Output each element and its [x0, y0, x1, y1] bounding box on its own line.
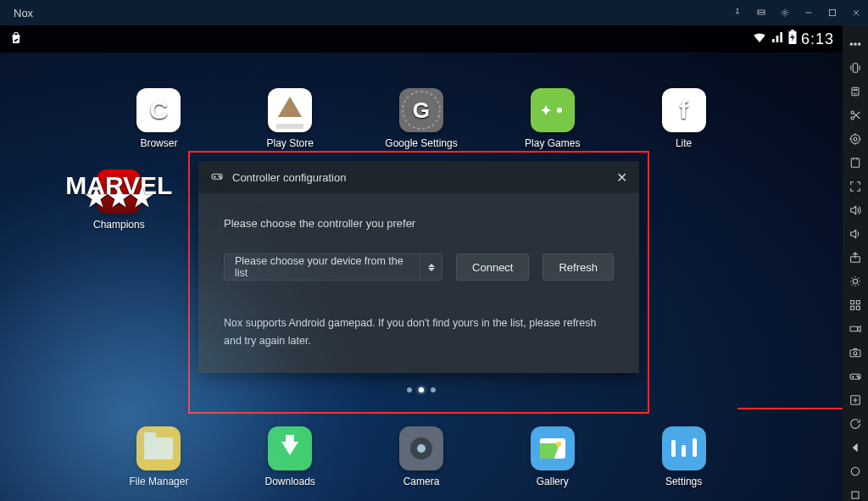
toolbar-back-button[interactable]: [843, 436, 868, 459]
titlebar-maximize-button[interactable]: [821, 0, 844, 25]
titlebar-minimize-button[interactable]: [797, 0, 821, 25]
champions-icon: MARVEL★★★: [97, 170, 141, 214]
svg-rect-26: [851, 159, 859, 168]
app-label: Play Games: [525, 137, 580, 149]
svg-rect-10: [212, 174, 222, 179]
refresh-button[interactable]: Refresh: [542, 253, 614, 281]
connect-button[interactable]: Connect: [456, 253, 529, 281]
gallery-icon: [531, 426, 575, 470]
svg-point-5: [403, 92, 440, 129]
emulator-viewport: 6:13 C Browser Play Store G: [0, 25, 843, 501]
dialog-close-button[interactable]: ✕: [616, 170, 627, 186]
settings-icon: [662, 426, 706, 470]
titlebar-settings-button[interactable]: [773, 0, 797, 25]
connect-button-label: Connect: [472, 261, 513, 274]
battery-icon: [787, 30, 798, 49]
controller-config-dialog: Controller configuration ✕ Please choose…: [198, 161, 639, 373]
wifi-icon: [752, 30, 767, 49]
app-label: Camera: [403, 476, 440, 487]
svg-point-12: [220, 176, 220, 177]
toolbar-recent-button[interactable]: [843, 483, 868, 501]
app-label: File Manager: [129, 476, 188, 487]
toolbar-screenshot-button[interactable]: [843, 341, 868, 365]
svg-point-38: [858, 377, 859, 378]
device-select[interactable]: Please choose your device from the list: [224, 253, 442, 281]
download-icon: [268, 426, 312, 470]
toolbar-keymap-button[interactable]: [843, 80, 868, 103]
android-status-bar: 6:13: [0, 25, 843, 53]
svg-point-15: [850, 43, 853, 46]
toolbar-macro-button[interactable]: [843, 293, 868, 317]
toolbar-volume-down-button[interactable]: [843, 222, 868, 246]
shopping-bag-icon: [8, 31, 24, 48]
svg-point-37: [857, 376, 858, 376]
titlebar-theme-button[interactable]: [749, 0, 773, 25]
app-label: Settings: [665, 476, 702, 487]
svg-point-28: [853, 279, 857, 283]
side-toolbar: [843, 25, 868, 501]
toolbar-location-button[interactable]: [843, 127, 868, 151]
titlebar-pin-button[interactable]: [726, 0, 749, 25]
svg-point-11: [219, 175, 220, 176]
google-settings-icon: G: [399, 88, 443, 132]
app-label: Browser: [140, 137, 177, 149]
app-title: Nox: [14, 7, 33, 19]
toolbar-multi-button[interactable]: [843, 388, 868, 412]
svg-rect-18: [853, 64, 857, 73]
toolbar-brightness-button[interactable]: [843, 270, 868, 293]
app-play-games[interactable]: Play Games: [487, 88, 618, 149]
toolbar-apk-button[interactable]: [843, 151, 868, 175]
toolbar-record-button[interactable]: [843, 317, 868, 341]
svg-point-25: [851, 135, 860, 144]
app-downloads[interactable]: Downloads: [225, 426, 356, 487]
camera-icon: [399, 426, 443, 470]
play-store-icon: [268, 88, 312, 132]
app-google-settings[interactable]: G Google Settings: [356, 88, 487, 149]
app-camera[interactable]: Camera: [356, 426, 487, 487]
toolbar-controller-button[interactable]: [843, 365, 868, 388]
svg-point-20: [854, 89, 854, 90]
toolbar-share-button[interactable]: [843, 246, 868, 270]
svg-rect-31: [851, 306, 854, 309]
facebook-icon: f: [662, 88, 706, 132]
titlebar-close-button[interactable]: [844, 0, 868, 25]
svg-point-17: [858, 43, 860, 46]
updown-icon: [420, 254, 442, 280]
toolbar-scissors-button[interactable]: [843, 103, 868, 127]
play-games-icon: [531, 88, 575, 132]
toolbar-more-button[interactable]: [843, 32, 868, 56]
app-label: Google Settings: [385, 137, 457, 149]
svg-point-35: [854, 352, 857, 355]
svg-rect-32: [856, 306, 860, 309]
browser-icon: C: [136, 88, 181, 132]
app-gallery[interactable]: Gallery: [487, 426, 618, 487]
svg-point-7: [557, 108, 562, 113]
svg-rect-34: [850, 350, 860, 357]
toolbar-fullscreen-button[interactable]: [843, 175, 868, 198]
app-label: Lite: [676, 137, 692, 149]
annotation-arrow: [737, 403, 843, 415]
toolbar-shake-button[interactable]: [843, 56, 868, 80]
app-file-manager[interactable]: File Manager: [93, 426, 225, 487]
toolbar-rotate-button[interactable]: [843, 412, 868, 436]
app-play-store[interactable]: Play Store: [225, 88, 356, 149]
signal-icon: [771, 31, 784, 48]
app-label: Downloads: [265, 476, 315, 487]
toolbar-home-button[interactable]: [843, 459, 868, 483]
window-titlebar: Nox: [0, 0, 868, 25]
svg-point-40: [851, 467, 859, 475]
app-champions[interactable]: MARVEL★★★ Champions: [93, 170, 145, 231]
app-label: Gallery: [537, 476, 569, 487]
app-facebook-lite[interactable]: f Lite: [618, 88, 749, 149]
folder-icon: [136, 426, 181, 470]
toolbar-volume-up-button[interactable]: [843, 198, 868, 222]
app-settings[interactable]: Settings: [618, 426, 749, 487]
dialog-title: Controller configuration: [232, 171, 346, 184]
dialog-hint-text: Nox supports Android gamepad. If you don…: [224, 315, 614, 351]
svg-point-1: [784, 12, 787, 14]
svg-rect-2: [830, 10, 836, 16]
svg-rect-29: [851, 301, 854, 304]
svg-point-24: [854, 137, 857, 141]
svg-rect-41: [852, 492, 859, 498]
app-browser[interactable]: C Browser: [93, 88, 225, 149]
